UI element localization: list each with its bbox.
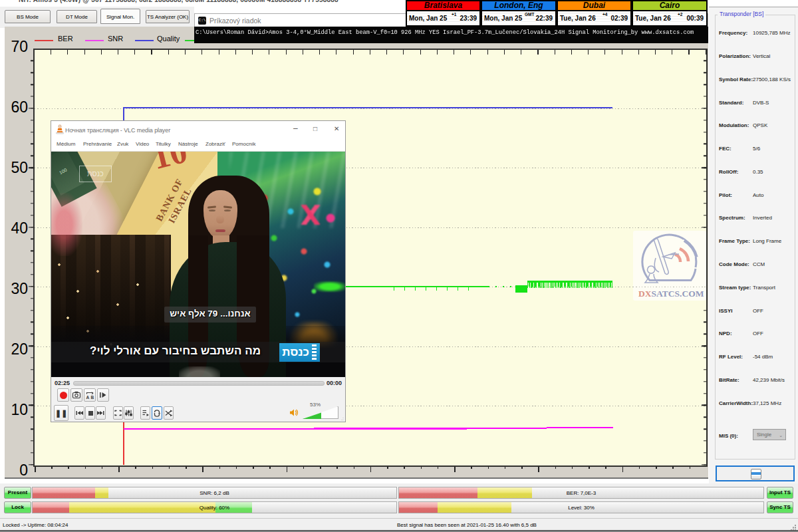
svg-text:B: B (91, 395, 94, 400)
svg-text:DX: DX (638, 289, 652, 299)
svg-text:A: A (86, 395, 90, 400)
svg-text:SATCS.COM: SATCS.COM (652, 289, 704, 299)
